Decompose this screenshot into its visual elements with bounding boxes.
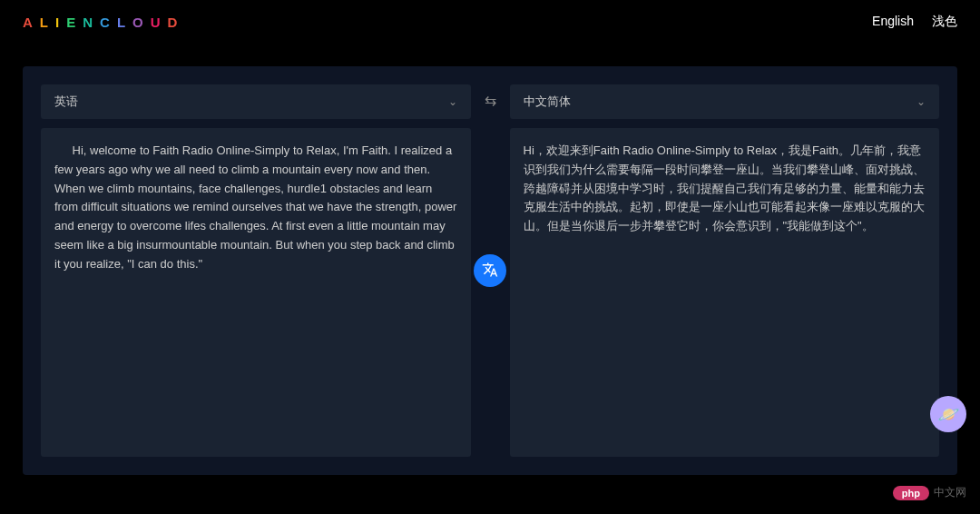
target-language-select[interactable]: 中文简体 ⌄ (510, 84, 940, 119)
target-language-label: 中文简体 (524, 94, 571, 110)
logo-char: L (40, 15, 50, 30)
logo-char: I (55, 15, 61, 30)
watermark-text: 中文网 (934, 485, 966, 500)
translate-icon (482, 262, 498, 281)
logo-char: U (151, 15, 162, 30)
header-controls: English 浅色 (872, 14, 957, 30)
source-language-label: 英语 (54, 94, 78, 110)
watermark-badge: php (893, 486, 929, 500)
watermark: php 中文网 (893, 485, 966, 500)
logo-char: O (132, 15, 145, 30)
logo-char: L (117, 15, 127, 30)
logo-char: D (168, 15, 180, 30)
theme-switcher[interactable]: 浅色 (932, 14, 957, 30)
header: A L I E N C L O U D English 浅色 (0, 0, 980, 39)
chevron-down-icon: ⌄ (448, 95, 457, 108)
logo-char: A (23, 15, 34, 30)
logo-char: N (83, 15, 94, 30)
source-language-select[interactable]: 英语 ⌄ (41, 84, 471, 119)
logo-char: C (100, 15, 112, 30)
logo-char: E (66, 15, 77, 30)
target-text-output: Hi，欢迎来到Faith Radio Online-Simply to Rela… (510, 128, 940, 457)
source-text-input[interactable]: Hi, welcome to Faith Radio Online-Simply… (41, 128, 471, 457)
translate-button[interactable] (474, 254, 506, 287)
language-switcher[interactable]: English (872, 14, 914, 30)
logo[interactable]: A L I E N C L O U D (23, 15, 179, 30)
target-panel: 中文简体 ⌄ Hi，欢迎来到Faith Radio Online-Simply … (510, 84, 940, 457)
translator-container: 英语 ⌄ Hi, welcome to Faith Radio Online-S… (23, 66, 957, 475)
source-panel: 英语 ⌄ Hi, welcome to Faith Radio Online-S… (41, 84, 471, 457)
swap-languages-button[interactable]: ⇆ (485, 92, 496, 109)
planet-icon: 🪐 (937, 403, 960, 425)
chevron-down-icon: ⌄ (916, 95, 926, 108)
float-action-button[interactable]: 🪐 (930, 396, 966, 432)
